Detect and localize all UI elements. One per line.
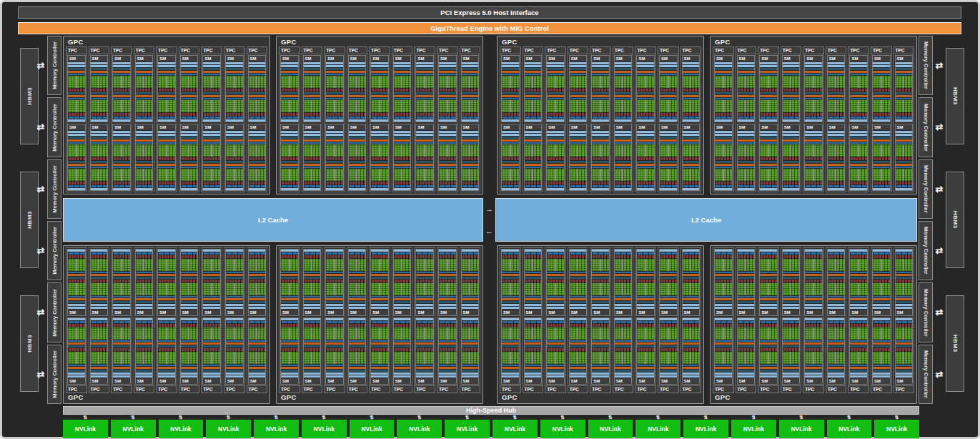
sm-core-grid <box>850 169 867 181</box>
sm-tex-bar <box>525 321 542 323</box>
sm-unit: SM <box>67 249 86 316</box>
sm-orange-bar <box>416 95 433 97</box>
sm-tensor-bar <box>683 113 700 116</box>
tpc-body: SMSM <box>112 54 132 192</box>
sm-lightblue-bar <box>615 119 632 122</box>
tpc-column: TPCSMSM <box>658 247 679 393</box>
sm-label: SM <box>828 56 845 61</box>
sm-teal-bar <box>68 277 85 279</box>
sm-blue-bar <box>371 167 388 168</box>
tpc-body: SMSM <box>202 54 222 192</box>
sm-lightblue-bar <box>68 373 85 375</box>
sm-orange-bar <box>525 95 542 97</box>
sm-unit: SM <box>135 249 154 316</box>
sm-lightblue-bar <box>715 119 732 122</box>
sm-label: SM <box>547 124 564 130</box>
sm-lightblue-bar <box>326 373 343 375</box>
sm-label: SM <box>738 310 755 315</box>
sm-teal-bar <box>850 370 867 372</box>
sm-tex-bar <box>738 185 755 187</box>
sm-tensor-bar <box>637 348 654 351</box>
nvlink-bidirectional-arrow-icon: ⇅ <box>540 415 585 420</box>
sm-tex-bar <box>281 321 298 323</box>
sm-teal-bar <box>828 277 845 279</box>
sm-tensor-bar <box>416 255 433 258</box>
sm-lightblue-bar <box>525 188 542 190</box>
tpc-body: SMSM <box>826 248 846 385</box>
sm-lightblue-bar <box>439 373 456 375</box>
tpc-column: TPCSMSM <box>523 46 544 192</box>
sm-tensor-bar <box>592 348 609 351</box>
sm-tensor-bar <box>896 255 913 258</box>
sm-teal-bar <box>68 161 85 163</box>
sm-lightblue-bar <box>570 131 587 133</box>
sm-tensor-bar <box>873 348 890 351</box>
sm-teal-bar <box>873 137 890 139</box>
memory-controller-label: Memory Controller <box>51 289 58 337</box>
sm-tex-bar <box>760 321 777 323</box>
sm-label: SM <box>805 124 822 130</box>
sm-unit: SM <box>591 249 610 316</box>
gpc-block: GPCTPCSMSMTPCSMSMTPCSMSMTPCSMSMTPCSMSMTP… <box>276 36 483 194</box>
sm-orange-bar <box>371 298 388 300</box>
sm-teal-bar <box>637 277 654 279</box>
tpc-label: TPC <box>894 385 914 393</box>
sm-tex-bar <box>203 321 220 323</box>
sm-lightblue-bar <box>462 134 479 136</box>
sm-teal-bar <box>896 137 913 139</box>
sm-orange-bar <box>502 164 519 166</box>
sm-tex-bar <box>547 185 564 187</box>
sm-unit: SM <box>393 124 412 191</box>
sm-lightblue-bar <box>637 134 654 136</box>
sm-orange-bar <box>158 164 175 166</box>
tpc-column: TPCSMSM <box>826 247 847 393</box>
sm-lightblue-bar <box>525 318 542 320</box>
tpc-column: TPCSMSM <box>247 46 268 192</box>
tpc-column: TPCSMSM <box>324 46 345 192</box>
sm-teal-bar <box>91 370 108 372</box>
sm-core-grid <box>304 76 321 88</box>
sm-lightblue-bar <box>760 373 777 375</box>
sm-tex-bar <box>371 321 388 323</box>
sm-orange-bar <box>158 71 175 73</box>
sm-lightblue-bar <box>592 250 609 252</box>
sm-tex-bar <box>416 321 433 323</box>
sm-core-grid <box>281 169 298 181</box>
sm-orange-bar <box>760 164 777 166</box>
sm-teal-bar <box>660 161 677 163</box>
sm-teal-bar <box>371 345 388 347</box>
sm-tensor-bar <box>249 255 266 258</box>
hbm3-block: HBM3 <box>946 48 964 144</box>
sm-tex-bar <box>637 252 654 255</box>
sm-teal-bar <box>226 301 243 303</box>
sm-lightblue-bar <box>439 65 456 67</box>
sm-lightblue-bar <box>113 373 130 375</box>
sm-core-grid <box>660 283 677 295</box>
sm-tex-bar <box>828 321 845 323</box>
tpc-label: TPC <box>568 385 588 393</box>
sm-tensor-bar <box>783 157 800 160</box>
nvlink-block: NVLink <box>874 420 919 438</box>
sm-tensor-bar <box>592 157 609 160</box>
sm-core-grid <box>226 352 243 364</box>
sm-core-grid <box>326 283 343 295</box>
tpc-label: TPC <box>658 385 678 393</box>
sm-tensor-bar <box>637 157 654 160</box>
sm-unit: SM <box>303 249 322 316</box>
sm-teal-bar <box>660 92 677 94</box>
sm-core-grid <box>158 283 175 295</box>
sm-lightblue-bar <box>136 65 153 67</box>
sm-blue-bar <box>249 167 266 168</box>
sm-teal-bar <box>783 277 800 279</box>
sm-tex-bar <box>850 117 867 119</box>
sm-lightblue-bar <box>113 375 130 378</box>
sm-lightblue-bar <box>660 373 677 375</box>
sm-orange-bar <box>615 274 632 276</box>
sm-orange-bar <box>760 95 777 97</box>
sm-tensor-bar <box>113 113 130 116</box>
sm-orange-bar <box>660 274 677 276</box>
tpc-column: TPCSMSM <box>568 247 589 393</box>
sm-lightblue-bar <box>249 134 266 136</box>
sm-teal-bar <box>615 370 632 372</box>
sm-lightblue-bar <box>158 250 175 252</box>
